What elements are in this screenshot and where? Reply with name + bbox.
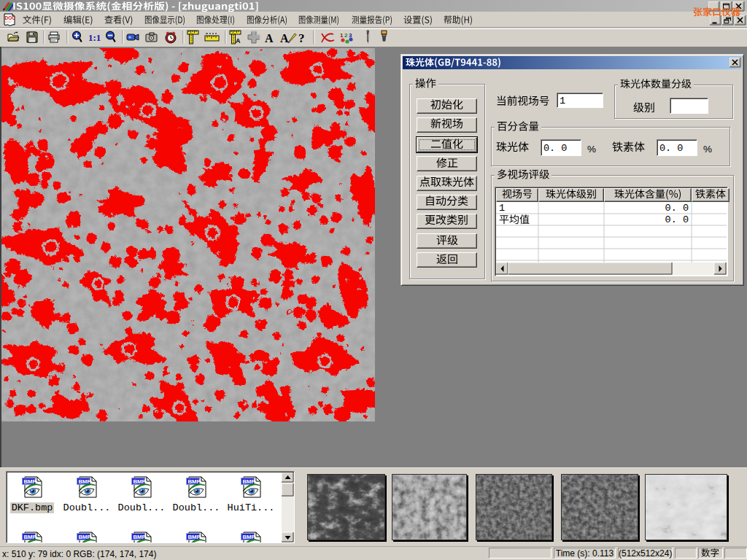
svg-text:DOC: DOC: [5, 15, 16, 20]
svg-text:2: 2: [344, 32, 348, 39]
svg-text:1: 1: [340, 32, 344, 39]
svg-text:1:1: 1:1: [88, 32, 101, 43]
svg-text:A: A: [236, 37, 241, 44]
svg-text:?: ?: [298, 31, 305, 45]
svg-text:A: A: [265, 32, 274, 44]
